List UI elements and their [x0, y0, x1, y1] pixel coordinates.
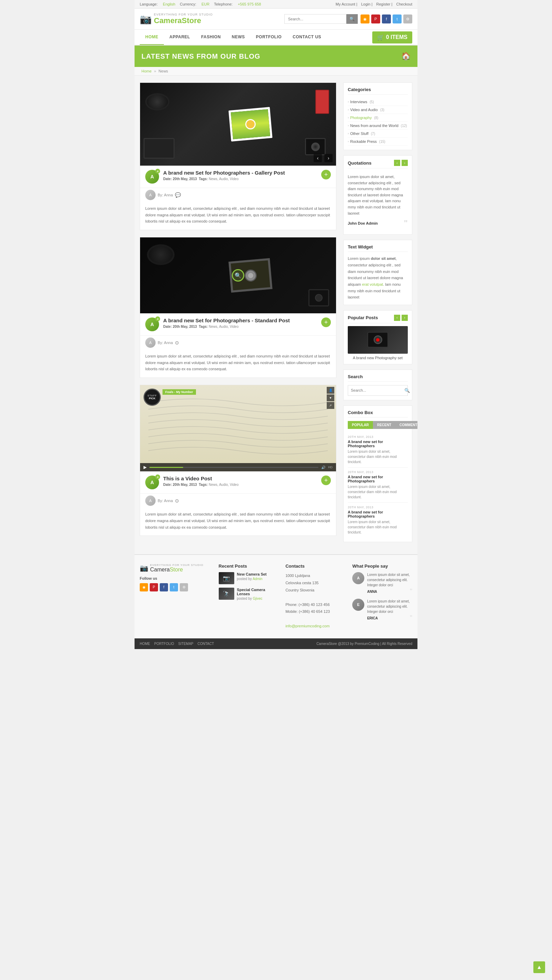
category-photography[interactable]: › Photography (8) [348, 114, 408, 122]
post-image-standard[interactable]: 🔍 [140, 237, 336, 313]
vimeo-like-btn[interactable]: ♥ [327, 395, 334, 401]
contacts-title: Contacts [285, 563, 345, 569]
footer-twitter-icon[interactable]: t [170, 583, 178, 592]
testimonial-erica: E Lorem ipsum dolor sit amet, consectetu… [352, 599, 412, 621]
language-value[interactable]: English [163, 2, 175, 6]
combo-post-title-1[interactable]: A brand new set for Photographers [348, 440, 408, 448]
nav-home[interactable]: HOME [140, 30, 164, 45]
category-interviews[interactable]: › Interviews (5) [348, 98, 408, 106]
contacts-info: 1000 LjubljanaCelovska cesta 135Country … [285, 572, 345, 630]
quote-next-button[interactable]: › [402, 160, 408, 166]
popular-posts-prev[interactable]: ‹ [394, 315, 400, 321]
categories-title: Categories [348, 87, 408, 95]
post-add-button-standard[interactable]: + [321, 317, 331, 327]
settings-icon[interactable]: ⚙ [403, 14, 412, 24]
popular-posts-next[interactable]: › [402, 315, 408, 321]
bottom-footer-home[interactable]: HOME [140, 642, 150, 646]
post-add-button-gallery[interactable]: + [321, 170, 331, 180]
staff-pick-badge: STAFF PICK [143, 388, 161, 406]
telephone-value[interactable]: +565 975 658 [238, 2, 261, 6]
recent-post-author-link-1[interactable]: Admin [253, 577, 262, 581]
my-account-link[interactable]: My Account [336, 2, 355, 6]
nav-contact-us[interactable]: CONTACT US [287, 30, 327, 45]
text-widget-title: Text Widget [348, 244, 408, 252]
header-search-button[interactable]: 🔍 [347, 14, 358, 24]
bottom-footer-portfolio[interactable]: PORTFOLIO [154, 642, 174, 646]
video-play-button[interactable]: ▶ [143, 465, 146, 469]
nav-fashion[interactable]: FASHION [196, 30, 226, 45]
nav-portfolio[interactable]: PORTFOLIO [250, 30, 287, 45]
post-badge-video: 4 [155, 474, 160, 479]
footer-facebook-icon[interactable]: f [160, 583, 168, 592]
post-add-button-video[interactable]: + [321, 476, 331, 485]
bottom-footer-contact[interactable]: CONTACT [198, 642, 214, 646]
quote-prev-button[interactable]: ‹ [394, 160, 400, 166]
recent-post-name-2[interactable]: Special Camera Lenses [237, 588, 279, 596]
post-title-video[interactable]: This is a Video Post [163, 476, 317, 481]
video-volume-button[interactable]: 🔊 [321, 466, 325, 469]
sidebar-search-input[interactable] [348, 385, 401, 395]
post-title-standard[interactable]: A brand new Set for Photographers - Stan… [163, 317, 317, 323]
footer-logo[interactable]: 📷 EVERYTHING FOR YOUR STUDIO CameraStore [140, 563, 212, 573]
checkout-link[interactable]: Checkout [396, 2, 412, 6]
combo-tab-popular[interactable]: POPULAR [348, 421, 373, 429]
recent-post-camera-lenses: 🔭 Special Camera Lenses posted by Gjivec [219, 588, 279, 600]
register-link[interactable]: Register [376, 2, 391, 6]
combo-post-title-3[interactable]: A brand new set for Photographers [348, 510, 408, 518]
recent-post-author-link-2[interactable]: Gjivec [253, 597, 262, 600]
nav-apparel[interactable]: APPAREL [164, 30, 196, 45]
recent-post-thumb-2: 🔭 [219, 588, 234, 600]
video-progress-bar[interactable] [150, 467, 318, 468]
recent-post-new-camera: 📷 New Camera Set posted by Admin [219, 572, 279, 584]
vimeo-avatar-btn[interactable]: 👤 [327, 387, 334, 394]
login-link[interactable]: Login [361, 2, 371, 6]
rss-icon[interactable]: ◉ [361, 14, 369, 24]
author-by-label-standard: By: Anna [157, 340, 173, 345]
post-title-gallery[interactable]: A brand new Set for Photographers - Gall… [163, 170, 317, 176]
category-news-world[interactable]: › News from around the World (12) [348, 122, 408, 130]
recent-post-info-1: New Camera Set posted by Admin [237, 572, 267, 581]
gallery-next-arrow[interactable]: › [324, 154, 332, 162]
hero-title: LATEST NEWS FROM OUR BLOG [142, 52, 261, 60]
sidebar-search: Search 🔍 [343, 369, 412, 400]
nav-news[interactable]: NEWS [226, 30, 250, 45]
footer-logo-tagline: EVERYTHING FOR YOUR STUDIO [150, 563, 204, 566]
sidebar-combo-box: Combo Box POPULAR RECENT COMMENTS 20TH M… [343, 406, 412, 542]
combo-post-item-3: 20TH MAY, 2013 A brand new set for Photo… [348, 503, 408, 538]
recent-post-name-1[interactable]: New Camera Set [237, 572, 267, 576]
combo-post-title-2[interactable]: A brand new set for Photographers [348, 475, 408, 483]
text-widget-link[interactable]: erat volutpat [362, 282, 383, 286]
vimeo-share-btn[interactable]: ↗ [327, 402, 334, 409]
footer-grid: 📷 EVERYTHING FOR YOUR STUDIO CameraStore… [140, 563, 412, 630]
combo-tab-recent[interactable]: RECENT [373, 421, 395, 429]
sidebar-search-button[interactable]: 🔍 [401, 385, 413, 395]
footer: 📷 EVERYTHING FOR YOUR STUDIO CameraStore… [135, 554, 417, 638]
chevron-icon: › [348, 100, 349, 103]
header-search-input[interactable] [284, 14, 347, 24]
cart-button[interactable]: 🛒 0 ITEMS [372, 32, 412, 43]
blog-post-standard: 🔍 A4 A brand new Set for Photographers -… [140, 237, 336, 378]
popular-post-image[interactable] [348, 326, 408, 354]
pinterest-icon[interactable]: P [371, 14, 380, 24]
footer-settings-icon[interactable]: ⚙ [180, 583, 188, 592]
category-other-stuff[interactable]: › Other Stuff (7) [348, 130, 408, 138]
video-container[interactable]: STAFF PICK Foals - My Number FOALSMY NUM… [140, 385, 336, 471]
bottom-footer-sitemap[interactable]: SITEMAP [178, 642, 194, 646]
combo-tab-comments[interactable]: COMMENTS [395, 421, 417, 429]
footer-rss-icon[interactable]: ◉ [140, 583, 148, 592]
testimonial-quote-anna: " [410, 588, 412, 595]
contacts-email-link[interactable]: info@premiumcoding.com [285, 624, 329, 628]
facebook-icon[interactable]: f [382, 14, 391, 24]
breadcrumb-home[interactable]: Home [142, 69, 151, 73]
currency-value[interactable]: EUR [202, 2, 209, 6]
category-video-audio[interactable]: › Video and Audio (3) [348, 106, 408, 114]
twitter-icon[interactable]: t [393, 14, 402, 24]
footer-pinterest-icon[interactable]: P [150, 583, 158, 592]
chevron-icon: › [348, 132, 349, 135]
quote-author-role: Admin [366, 221, 378, 225]
video-progress-fill [150, 467, 183, 468]
post-image-gallery[interactable]: ‹ › [140, 83, 336, 165]
logo[interactable]: 📷 EVERYTHING FOR YOUR STUDIO CameraStore [140, 13, 213, 25]
gallery-prev-arrow[interactable]: ‹ [313, 154, 322, 162]
category-rockable-press[interactable]: › Rockable Press (15) [348, 138, 408, 146]
